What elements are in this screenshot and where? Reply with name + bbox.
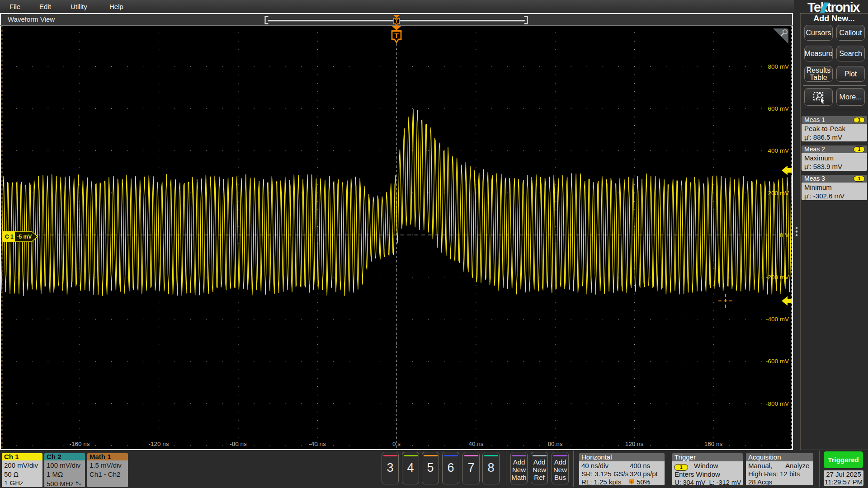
svg-text:T: T	[394, 32, 399, 39]
svg-text:-5 mV: -5 mV	[17, 234, 32, 240]
svg-text:Tektronix: Tektronix	[807, 0, 860, 14]
svg-text:-120 ns: -120 ns	[148, 441, 169, 447]
svg-text:T: T	[395, 19, 398, 24]
svg-text:80 ns: 80 ns	[547, 441, 562, 447]
svg-text:160 ns: 160 ns	[704, 441, 723, 447]
svg-text:-40 ns: -40 ns	[309, 441, 326, 447]
svg-text:T: T	[631, 480, 633, 484]
svg-text:-80 ns: -80 ns	[230, 441, 247, 447]
svg-text:800 mV: 800 mV	[768, 63, 789, 70]
svg-text:600 mV: 600 mV	[768, 105, 789, 112]
svg-text:0 V: 0 V	[780, 232, 789, 239]
svg-text:0 s: 0 s	[392, 441, 401, 447]
svg-text:-800 mV: -800 mV	[766, 400, 789, 407]
svg-text:-160 ns: -160 ns	[69, 441, 90, 447]
svg-text:120 ns: 120 ns	[625, 441, 644, 447]
svg-text:-600 mV: -600 mV	[766, 358, 789, 365]
svg-text:-400 mV: -400 mV	[766, 316, 789, 323]
svg-text:400 mV: 400 mV	[768, 147, 789, 154]
svg-text:40 ns: 40 ns	[468, 441, 483, 447]
svg-text:C 1: C 1	[5, 234, 14, 240]
